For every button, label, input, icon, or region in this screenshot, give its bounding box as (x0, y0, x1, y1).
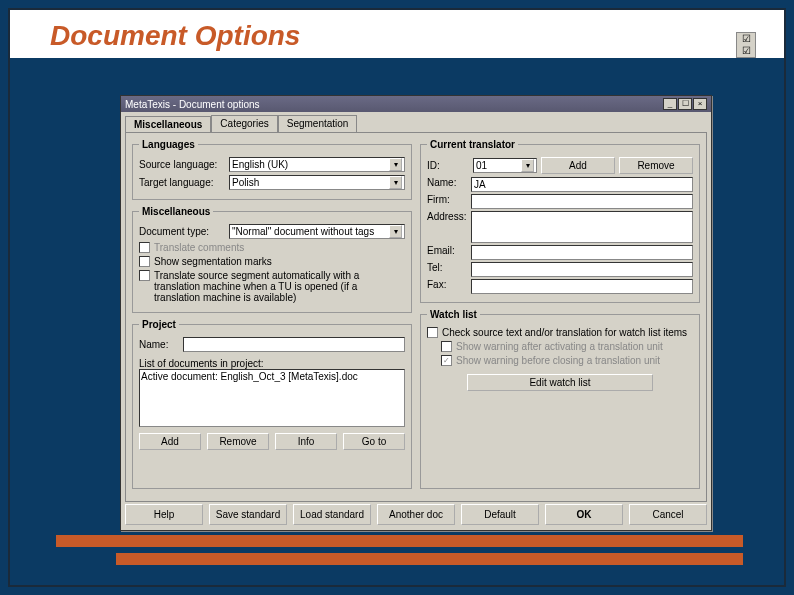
project-legend: Project (139, 319, 179, 330)
project-name-label: Name: (139, 339, 179, 350)
chevron-down-icon[interactable]: ▾ (389, 158, 402, 171)
translator-firm-label: Firm: (427, 194, 467, 205)
watchlist-warn-before-checkbox[interactable]: ✓ (441, 355, 452, 366)
translator-address-label: Address: (427, 211, 467, 222)
translator-id-label: ID: (427, 160, 469, 171)
translate-comments-label: Translate comments (154, 242, 405, 253)
minimize-button[interactable]: _ (663, 98, 677, 110)
translator-tel-label: Tel: (427, 262, 467, 273)
project-remove-button[interactable]: Remove (207, 433, 269, 450)
project-name-input[interactable] (183, 337, 405, 352)
project-group: Project Name: List of documents in proje… (132, 319, 412, 489)
dialog-footer: Help Save standard Load standard Another… (125, 504, 707, 525)
watchlist-warn-before-label: Show warning before closing a translatio… (456, 355, 693, 366)
translator-email-label: Email: (427, 245, 467, 256)
watchlist-check-source-label: Check source text and/or translation for… (442, 327, 693, 338)
show-segmentation-label: Show segmentation marks (154, 256, 405, 267)
page-title: Document Options (10, 10, 784, 58)
translate-auto-checkbox[interactable] (139, 270, 150, 281)
save-standard-button[interactable]: Save standard (209, 504, 287, 525)
translator-remove-button[interactable]: Remove (619, 157, 693, 174)
translate-comments-checkbox[interactable] (139, 242, 150, 253)
target-language-select[interactable]: Polish ▾ (229, 175, 405, 190)
languages-group: Languages Source language: English (UK) … (132, 139, 412, 200)
miscellaneous-legend: Miscellaneous (139, 206, 213, 217)
translator-add-button[interactable]: Add (541, 157, 615, 174)
watchlist-warn-after-checkbox[interactable] (441, 341, 452, 352)
decorative-bars (56, 535, 772, 565)
translator-name-label: Name: (427, 177, 467, 188)
maximize-button[interactable]: ☐ (678, 98, 692, 110)
dialog-titlebar[interactable]: MetaTexis - Document options _ ☐ × (121, 96, 711, 112)
watchlist-warn-after-label: Show warning after activating a translat… (456, 341, 693, 352)
translator-address-input[interactable] (471, 211, 693, 243)
chevron-down-icon[interactable]: ▾ (389, 176, 402, 189)
translator-id-value: 01 (476, 160, 487, 171)
close-button[interactable]: × (693, 98, 707, 110)
target-language-label: Target language: (139, 177, 225, 188)
another-doc-button[interactable]: Another doc (377, 504, 455, 525)
tab-miscellaneous[interactable]: Miscellaneous (125, 116, 211, 133)
translator-email-input[interactable] (471, 245, 693, 260)
translator-name-input[interactable] (471, 177, 693, 192)
help-button[interactable]: Help (125, 504, 203, 525)
source-language-select[interactable]: English (UK) ▾ (229, 157, 405, 172)
chevron-down-icon[interactable]: ▾ (521, 159, 534, 172)
tab-pane: Languages Source language: English (UK) … (125, 132, 707, 502)
translator-group: Current translator ID: 01 ▾ Add Remove N… (420, 139, 700, 303)
cancel-button[interactable]: Cancel (629, 504, 707, 525)
translator-id-select[interactable]: 01 ▾ (473, 158, 537, 173)
show-segmentation-checkbox[interactable] (139, 256, 150, 267)
check-icon: ☑ (737, 45, 755, 57)
load-standard-button[interactable]: Load standard (293, 504, 371, 525)
document-type-label: Document type: (139, 226, 225, 237)
translator-tel-input[interactable] (471, 262, 693, 277)
chevron-down-icon[interactable]: ▾ (389, 225, 402, 238)
check-icon: ☑ (737, 33, 755, 45)
default-button[interactable]: Default (461, 504, 539, 525)
tabs: Miscellaneous Categories Segmentation (121, 112, 711, 132)
project-add-button[interactable]: Add (139, 433, 201, 450)
translator-firm-input[interactable] (471, 194, 693, 209)
source-language-label: Source language: (139, 159, 225, 170)
translator-fax-input[interactable] (471, 279, 693, 294)
project-list-label: List of documents in project: (139, 358, 405, 369)
edit-watchlist-button[interactable]: Edit watch list (467, 374, 653, 391)
languages-legend: Languages (139, 139, 198, 150)
ok-button[interactable]: OK (545, 504, 623, 525)
slide-corner-indicator: ☑ ☑ (736, 32, 756, 58)
watchlist-legend: Watch list (427, 309, 480, 320)
document-type-value: "Normal" document without tags (232, 226, 374, 237)
translate-auto-label: Translate source segment automatically w… (154, 270, 405, 303)
source-language-value: English (UK) (232, 159, 288, 170)
tab-segmentation[interactable]: Segmentation (278, 115, 358, 132)
project-documents-list[interactable]: Active document: English_Oct_3 [MetaTexi… (139, 369, 405, 427)
project-goto-button[interactable]: Go to (343, 433, 405, 450)
translator-legend: Current translator (427, 139, 518, 150)
dialog-title: MetaTexis - Document options (125, 99, 260, 110)
document-type-select[interactable]: "Normal" document without tags ▾ (229, 224, 405, 239)
target-language-value: Polish (232, 177, 259, 188)
list-item[interactable]: Active document: English_Oct_3 [MetaTexi… (141, 371, 403, 382)
project-info-button[interactable]: Info (275, 433, 337, 450)
miscellaneous-group: Miscellaneous Document type: "Normal" do… (132, 206, 412, 313)
watchlist-check-source-checkbox[interactable] (427, 327, 438, 338)
tab-categories[interactable]: Categories (211, 115, 277, 132)
watchlist-group: Watch list Check source text and/or tran… (420, 309, 700, 489)
translator-fax-label: Fax: (427, 279, 467, 290)
document-options-dialog: MetaTexis - Document options _ ☐ × Misce… (120, 95, 712, 531)
